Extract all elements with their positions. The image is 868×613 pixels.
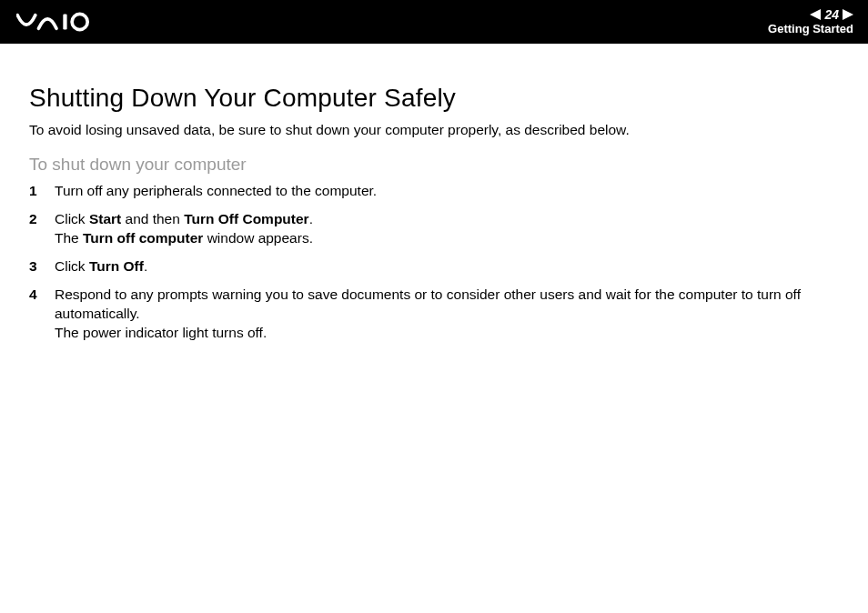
header-right: 24 Getting Started bbox=[768, 8, 853, 36]
page-header: 24 Getting Started bbox=[0, 0, 868, 44]
steps-list: Turn off any peripherals connected to th… bbox=[29, 182, 843, 342]
step-2: Click Start and then Turn Off Computer. … bbox=[29, 210, 843, 248]
bold-text: Turn off computer bbox=[83, 230, 203, 246]
step-1: Turn off any peripherals connected to th… bbox=[29, 182, 843, 201]
step-text: The bbox=[55, 230, 83, 246]
prev-page-icon[interactable] bbox=[810, 9, 821, 20]
next-page-icon[interactable] bbox=[843, 9, 853, 20]
bold-text: Turn Off Computer bbox=[184, 211, 308, 226]
page-content: Shutting Down Your Computer Safely To av… bbox=[0, 44, 868, 342]
step-text: and then bbox=[121, 211, 184, 226]
step-text: Turn off any peripherals connected to th… bbox=[55, 183, 377, 198]
page-title: Shutting Down Your Computer Safely bbox=[29, 84, 843, 113]
svg-rect-0 bbox=[63, 14, 66, 29]
page-navigator: 24 bbox=[810, 8, 853, 22]
subheading: To shut down your computer bbox=[29, 155, 843, 175]
vaio-logo bbox=[16, 0, 106, 44]
step-text: window appears. bbox=[203, 230, 313, 246]
step-text: Respond to any prompts warning you to sa… bbox=[55, 286, 801, 321]
step-text: The power indicator light turns off. bbox=[55, 325, 267, 340]
step-text: Click bbox=[55, 258, 89, 274]
intro-text: To avoid losing unsaved data, be sure to… bbox=[29, 122, 843, 138]
step-3: Click Turn Off. bbox=[29, 257, 843, 276]
step-4: Respond to any prompts warning you to sa… bbox=[29, 286, 843, 343]
step-text: Click bbox=[55, 211, 89, 226]
step-text: . bbox=[144, 258, 147, 274]
bold-text: Turn Off bbox=[89, 258, 144, 274]
page-number: 24 bbox=[824, 8, 839, 22]
bold-text: Start bbox=[89, 211, 121, 226]
section-name: Getting Started bbox=[768, 23, 853, 35]
step-text: . bbox=[309, 211, 313, 226]
